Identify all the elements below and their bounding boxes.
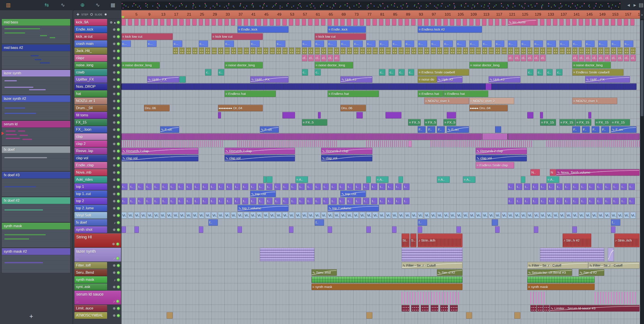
track-name-button[interactable]: synth shot [74, 226, 107, 233]
clip[interactable] [418, 48, 423, 54]
clip[interactable] [386, 19, 390, 25]
clip[interactable] [527, 48, 532, 54]
mute-led[interactable] [116, 257, 119, 260]
playhead-marker[interactable] [122, 16, 124, 18]
clip[interactable]: Vi.. [592, 212, 597, 219]
clip[interactable] [408, 141, 412, 147]
pan-knobs-icon[interactable]: ⊕ [113, 99, 116, 103]
clip[interactable] [630, 19, 634, 25]
clip[interactable]: Vi.. [405, 212, 410, 219]
clip[interactable]: ≡ FX..5 [424, 119, 437, 126]
wave-icon[interactable]: ∿ [58, 1, 67, 9]
track-name-button[interactable]: Reeve..lap [74, 148, 107, 154]
clip[interactable]: Vi.. [166, 212, 172, 219]
clip[interactable] [238, 48, 242, 54]
clip[interactable]: Vi.. [199, 212, 204, 219]
mute-led[interactable] [117, 85, 120, 88]
clip[interactable] [134, 19, 139, 25]
clip[interactable]: t.. [242, 183, 248, 190]
clip[interactable]: cl.. [579, 55, 584, 61]
clip[interactable]: ≡ FX..5 [444, 119, 456, 126]
clip[interactable] [463, 48, 468, 54]
clip[interactable] [379, 19, 383, 25]
clip[interactable]: ∿ Reeverb 2 clap [476, 148, 527, 154]
clip[interactable]: cl.. [521, 55, 526, 61]
clip[interactable] [147, 19, 152, 25]
clip[interactable] [411, 19, 416, 25]
track-lane[interactable]: ≡ synth mask≡ synth mask [122, 283, 640, 291]
clip[interactable] [186, 48, 191, 54]
mute-led[interactable] [117, 286, 120, 289]
clip[interactable]: t.. [596, 198, 602, 204]
clip[interactable]: t.. [604, 183, 610, 190]
clip[interactable] [328, 19, 332, 25]
clip[interactable]: ≡ kick low cut [122, 33, 173, 40]
clip[interactable] [402, 305, 410, 312]
clip[interactable]: Vi.. [276, 212, 281, 219]
clip[interactable]: Vi.. [179, 212, 185, 219]
clip[interactable]: t.. [323, 198, 329, 204]
pan-knobs-icon[interactable]: ⊕ [113, 56, 116, 60]
track-lane[interactable] [122, 83, 640, 90]
clip[interactable] [611, 19, 615, 25]
clip[interactable]: t.. [122, 183, 128, 190]
mute-led[interactable] [117, 28, 120, 31]
clip[interactable]: t.. [258, 198, 264, 204]
clip[interactable]: ∿ Seru..end [312, 269, 337, 276]
track-lane[interactable]: St..S..♪ Strin..itch♪ Stri..h #2♪ Strin.… [122, 233, 640, 248]
clip[interactable] [366, 141, 408, 147]
clip[interactable] [618, 48, 622, 54]
clip[interactable]: Vi.. [437, 212, 442, 219]
mute-led[interactable] [117, 279, 120, 281]
clip[interactable] [302, 48, 307, 54]
clip[interactable] [585, 19, 590, 25]
clip[interactable]: ≡ FX..5 [408, 119, 420, 126]
pan-knobs-icon[interactable]: ⊕ [113, 206, 116, 210]
clip[interactable]: Vi.. [205, 212, 210, 219]
clip[interactable] [411, 305, 419, 312]
pan-knobs-icon[interactable]: ⊕ [113, 271, 116, 275]
clip[interactable] [469, 48, 474, 54]
clip[interactable]: t.. [306, 183, 312, 190]
clip[interactable]: ♪ Stri..h #2 [562, 234, 591, 247]
step-toggle[interactable] [90, 13, 93, 16]
clip[interactable]: t.. [371, 198, 377, 204]
clip[interactable] [392, 226, 396, 233]
clip[interactable]: c... [147, 40, 156, 47]
clip[interactable] [508, 133, 640, 140]
clip[interactable]: t.. [130, 198, 136, 204]
clip[interactable] [598, 48, 603, 54]
clip[interactable]: t.. [186, 198, 192, 204]
clip[interactable]: t.. [210, 198, 216, 204]
note-icon[interactable]: ♪ [113, 257, 115, 260]
clip[interactable]: t.. [363, 183, 369, 190]
mute-led[interactable] [117, 64, 120, 67]
mute-led[interactable] [117, 214, 120, 217]
pan-knobs-icon[interactable]: ⊕ [112, 242, 115, 246]
clip[interactable]: Vi.. [289, 212, 294, 219]
mute-led[interactable] [117, 42, 120, 45]
clip[interactable]: Vi.. [192, 212, 198, 219]
clip[interactable]: c... [495, 40, 504, 47]
clip[interactable] [482, 133, 508, 140]
clip[interactable] [289, 48, 294, 54]
clip[interactable]: c.. [302, 69, 308, 75]
clip[interactable]: ∿ clap vol [321, 155, 372, 161]
clip[interactable]: ∿ F..on [160, 126, 179, 133]
track-name-button[interactable]: FX_..loon [74, 126, 107, 133]
clip[interactable] [592, 48, 597, 54]
clip[interactable] [488, 48, 494, 54]
track-name-button[interactable]: top 1 [74, 183, 107, 190]
clip[interactable]: Dru..06 [144, 105, 170, 111]
clip[interactable] [244, 48, 249, 54]
clip[interactable] [205, 48, 210, 54]
pan-knobs-icon[interactable]: ⊕ [113, 128, 116, 132]
ruler-corner-button[interactable]: ▴ [640, 10, 644, 19]
clip[interactable] [334, 19, 338, 25]
vertical-scrollbar-handle[interactable] [641, 20, 643, 116]
track-lane[interactable]: t..t..t..t..t..t..t..t..t..t..t..t..t..t… [122, 183, 640, 190]
clip[interactable]: t.. [194, 183, 200, 190]
clip[interactable]: t.. [548, 198, 554, 204]
clip[interactable]: Vi.. [495, 212, 500, 219]
clip[interactable]: Vi.. [296, 212, 301, 219]
